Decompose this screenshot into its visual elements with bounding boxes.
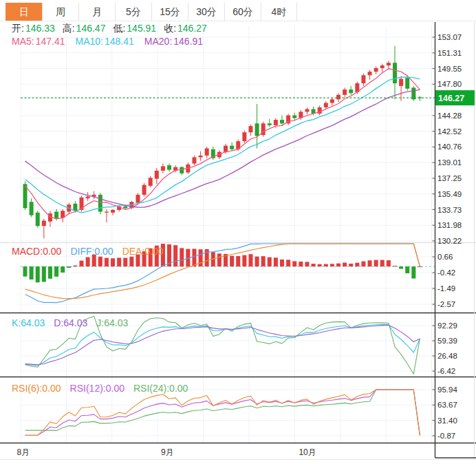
candle-body: [349, 89, 353, 93]
macd-bar: [292, 261, 296, 266]
candle-body: [330, 99, 334, 103]
period-tab-1[interactable]: 周: [42, 3, 78, 21]
macd-bar: [86, 257, 90, 267]
period-tab-0[interactable]: 日: [6, 3, 42, 21]
candle-body: [343, 89, 347, 95]
macd-bar: [324, 264, 328, 266]
macd-bar: [129, 257, 133, 266]
macd-bar: [405, 266, 409, 273]
period-tab-7[interactable]: 4时: [261, 3, 297, 21]
axis-tick-label: 142.52: [437, 127, 462, 136]
period-tab-4[interactable]: 15分: [151, 3, 188, 21]
macd-bar: [117, 257, 121, 266]
dea-line: [25, 244, 420, 299]
macd-bar: [79, 261, 83, 266]
chart-canvas[interactable]: 153.07151.31149.55147.80144.28142.52140.…: [0, 21, 476, 464]
candle-body: [155, 171, 159, 179]
rsi24-line: [25, 390, 420, 435]
period-tab-5[interactable]: 30分: [188, 3, 224, 21]
macd-bar: [48, 266, 52, 279]
macd-bar: [105, 258, 109, 266]
axis-tick-label: -0.42: [437, 268, 455, 277]
ma20-line: [25, 89, 420, 207]
candle-body: [405, 78, 409, 89]
current-price-badge-text: 146.27: [438, 94, 464, 103]
macd-bar: [268, 257, 272, 266]
axis-tick-label: 92.29: [437, 321, 457, 330]
macd-bar: [374, 260, 378, 267]
candle-body: [230, 146, 234, 149]
axis-tick-label: 147.80: [437, 80, 462, 88]
macd-bar: [349, 264, 353, 266]
macd-bar: [155, 246, 159, 266]
axis-tick-label: 153.07: [437, 33, 462, 41]
macd-bar: [217, 253, 221, 266]
axis-tick-label: 139.01: [437, 158, 462, 167]
axis-tick-label: 95.94: [437, 386, 457, 394]
macd-bar: [123, 258, 127, 267]
macd-bar: [305, 262, 309, 266]
axis-tick-label: 63.67: [437, 401, 457, 409]
axis-tick-label: 137.25: [437, 174, 462, 182]
candle-body: [98, 195, 102, 212]
candle-body: [36, 213, 40, 226]
axis-tick-label: 26.48: [437, 352, 457, 360]
candle-body: [224, 146, 228, 152]
axis-tick-label: 144.28: [437, 112, 462, 120]
candle-body: [248, 126, 252, 132]
period-tab-3[interactable]: 5分: [115, 3, 151, 21]
macd-bar: [418, 266, 422, 267]
macd-bar: [312, 264, 316, 266]
macd-bar: [286, 260, 290, 266]
kline-chart-widget: 日周月5分15分30分60分4时 开:146.33 高:146.47 低:145…: [0, 0, 476, 464]
axis-tick-label: 140.76: [437, 143, 462, 151]
macd-bar: [380, 260, 385, 267]
rsi6-line: [25, 390, 420, 435]
macd-bar: [343, 263, 347, 267]
macd-bar: [36, 266, 40, 282]
macd-bar: [136, 255, 140, 266]
macd-bar: [149, 249, 153, 266]
candle-body: [374, 68, 378, 72]
macd-bar: [161, 244, 165, 266]
macd-bar: [192, 249, 196, 266]
candle-body: [73, 204, 77, 211]
axis-tick-label: 0.66: [437, 253, 453, 261]
period-tab-2[interactable]: 月: [78, 3, 115, 21]
macd-bar: [42, 266, 46, 282]
candle-body: [268, 123, 272, 125]
candle-body: [292, 116, 296, 118]
axis-tick-label: -1.49: [437, 284, 455, 293]
candle-body: [123, 207, 127, 209]
candle-body: [180, 167, 184, 173]
macd-bar: [411, 266, 415, 278]
candle-body: [111, 210, 115, 213]
candle-body: [105, 212, 109, 213]
macd-bar: [173, 245, 177, 266]
macd-bar: [98, 257, 102, 266]
candle-body: [30, 202, 34, 215]
axis-tick-label: 131.98: [437, 221, 462, 229]
macd-bar: [111, 258, 115, 266]
candle-body: [161, 166, 165, 170]
macd-bar: [280, 260, 284, 266]
macd-bar: [61, 266, 65, 273]
macd-bar: [242, 255, 246, 266]
candle-body: [136, 195, 140, 203]
macd-bar: [299, 262, 303, 266]
macd-bar: [92, 255, 96, 266]
candle-body: [86, 196, 90, 198]
macd-bar: [199, 249, 203, 266]
macd-bar: [361, 262, 365, 267]
candle-body: [54, 212, 58, 219]
macd-bar: [368, 260, 372, 266]
macd-bar: [142, 251, 147, 266]
candle-body: [387, 63, 391, 65]
axis-tick-label: -0.87: [437, 432, 455, 440]
macd-bar: [248, 254, 252, 266]
candle-body: [205, 149, 209, 156]
rsi12-line: [25, 390, 420, 435]
macd-bar: [399, 266, 403, 268]
candle-body: [368, 72, 372, 75]
period-tab-6[interactable]: 60分: [224, 3, 261, 21]
